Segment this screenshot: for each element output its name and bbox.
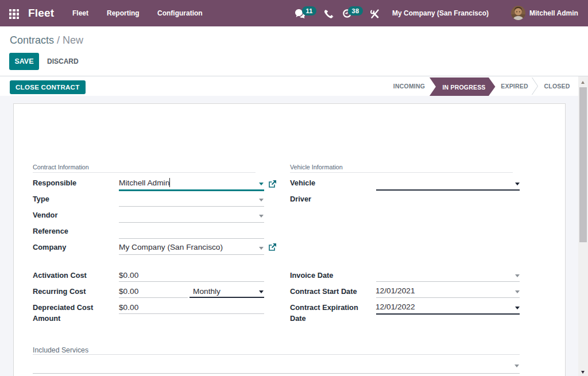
svg-text:IN PROGRESS: IN PROGRESS bbox=[442, 84, 485, 91]
